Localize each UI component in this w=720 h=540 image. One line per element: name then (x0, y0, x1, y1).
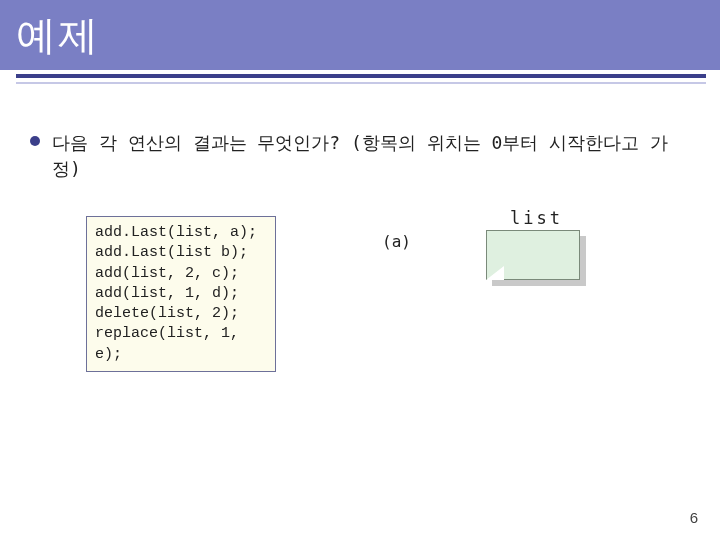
code-line: delete(list, 2); (95, 304, 267, 324)
bullet-dot-icon (30, 136, 40, 146)
list-figure (486, 230, 586, 286)
result-label: (a) (382, 232, 411, 251)
code-line: replace(list, 1, (95, 324, 267, 344)
code-line: add(list, 1, d); (95, 284, 267, 304)
list-object-label: list (510, 208, 563, 228)
slide-title: 예제 (16, 8, 100, 63)
title-underline-dark (16, 74, 706, 78)
title-bar: 예제 (0, 0, 720, 70)
code-line: add.Last(list b); (95, 243, 267, 263)
code-line: e); (95, 345, 267, 365)
code-line: add(list, 2, c); (95, 264, 267, 284)
bullet-item: 다음 각 연산의 결과는 무엇인가? (항목의 위치는 0부터 시작한다고 가정… (30, 130, 680, 182)
list-figure-fold-icon (486, 266, 504, 280)
slide: 예제 다음 각 연산의 결과는 무엇인가? (항목의 위치는 0부터 시작한다고… (0, 0, 720, 540)
page-number: 6 (690, 509, 698, 526)
code-box: add.Last(list, a); add.Last(list b); add… (86, 216, 276, 372)
bullet-text: 다음 각 연산의 결과는 무엇인가? (항목의 위치는 0부터 시작한다고 가정… (52, 130, 680, 182)
code-line: add.Last(list, a); (95, 223, 267, 243)
body-area: 다음 각 연산의 결과는 무엇인가? (항목의 위치는 0부터 시작한다고 가정… (30, 130, 680, 182)
title-underline-light (16, 82, 706, 84)
